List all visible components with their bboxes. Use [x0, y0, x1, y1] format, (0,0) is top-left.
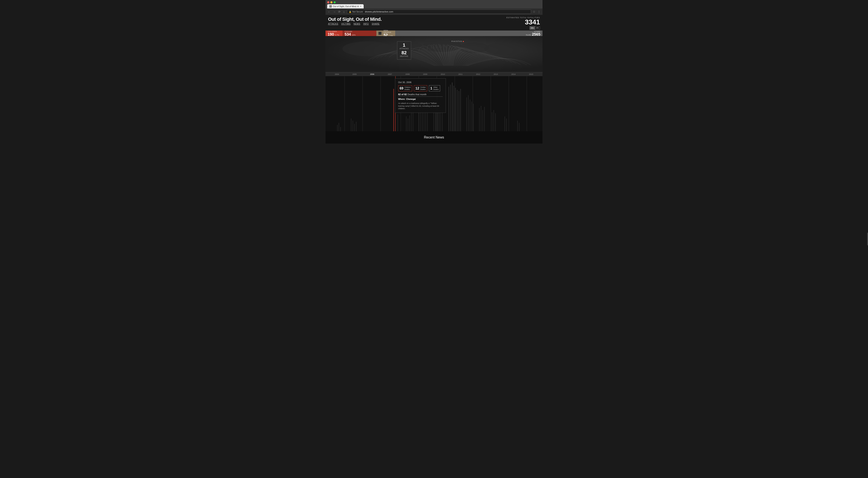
civilian-stat: CIVILIAN 534 16% [342, 31, 376, 36]
timeline[interactable]: 2004 2005 2006 2007 2008 2009 2010 2011 … [326, 72, 542, 76]
app-title: Out of Sight, Out of Mind. [328, 17, 382, 22]
svg-point-0 [342, 41, 393, 56]
svg-rect-51 [494, 110, 494, 131]
svg-rect-46 [479, 108, 479, 131]
pakistan-dot [463, 41, 464, 42]
svg-rect-11 [354, 124, 355, 131]
viz-area[interactable]: PAKISTAN 1 ATTACKS 82 DEATHS [326, 36, 542, 72]
svg-rect-17 [408, 119, 408, 131]
browser-tab[interactable]: Out of Sight, Out of Mind: A ✕ [327, 4, 364, 8]
back-button[interactable]: ← [327, 10, 331, 14]
deaths-summary-label: Deaths that month [407, 93, 427, 96]
svg-rect-13 [393, 89, 394, 131]
svg-rect-56 [519, 123, 519, 131]
refresh-button[interactable]: ⟳ [338, 10, 341, 14]
popup-deaths-summary: 82 of 82 Deaths that month [398, 93, 443, 97]
svg-rect-20 [413, 110, 413, 131]
browser-chrome: Out of Sight, Out of Mind: A ✕ [326, 0, 542, 8]
children-deaths-stat: 69 ChildrenDeaths [398, 85, 412, 91]
svg-rect-38 [457, 90, 458, 131]
year-2015[interactable]: 2015 [529, 73, 533, 75]
svg-rect-7 [339, 123, 339, 131]
menu-icon[interactable]: ⋮ [537, 10, 541, 14]
tab-close-icon[interactable]: ✕ [360, 5, 362, 7]
forward-button[interactable]: → [333, 10, 336, 14]
high-profile-icon [378, 32, 381, 35]
year-2012[interactable]: 2012 [476, 73, 480, 75]
recent-news-title: Recent News [328, 136, 540, 139]
address-field[interactable]: 🔒 Not Secure drones.pitchinteractive.com [347, 9, 531, 14]
svg-rect-6 [337, 125, 338, 131]
popup-stats: 69 ChildrenDeaths 12 CivilianDeaths 1 Ot… [398, 85, 443, 91]
popup-card: Oct 30, 2006 69 ChildrenDeaths 12 Civili… [395, 78, 446, 113]
tab-favicon [329, 5, 332, 8]
svg-rect-53 [504, 116, 505, 131]
svg-rect-39 [459, 91, 459, 131]
nav-share[interactable]: SHARE [372, 23, 379, 25]
address-bar: ← → ⟳ ⌂ 🔒 Not Secure drones.pitchinterac… [326, 8, 542, 15]
svg-rect-12 [356, 122, 356, 131]
year-2005[interactable]: 2005 [352, 73, 356, 75]
security-label: Not Secure [352, 10, 363, 13]
attacks-value: 1 [399, 43, 409, 48]
url-display: drones.pitchinteractive.com [365, 10, 393, 13]
svg-rect-16 [406, 116, 406, 131]
year-2009[interactable]: 2009 [423, 73, 427, 75]
close-button[interactable] [327, 1, 329, 3]
svg-rect-33 [448, 87, 449, 131]
children-stat-inner: CHILDREN 190 5.7% [328, 31, 339, 36]
svg-rect-40 [460, 89, 461, 131]
home-button[interactable]: ⌂ [343, 10, 345, 14]
svg-rect-37 [455, 88, 456, 131]
year-2004[interactable]: 2004 [335, 73, 339, 75]
deaths-label: DEATHS [399, 55, 409, 57]
chart-area[interactable]: Oct 30, 2006 69 ChildrenDeaths 12 Civili… [326, 76, 542, 131]
children-stat: CHILDREN 190 5.7% [326, 31, 342, 36]
civilian-deaths-num: 12 [415, 87, 419, 90]
children-value: 190 [328, 32, 334, 36]
other-deaths-label: OtherDeaths [433, 86, 439, 90]
app-nav: ATTACKS VICTIMS NEWS INFO SHARE [328, 23, 382, 25]
viz-attacks-tooltip: 1 ATTACKS 82 DEATHS [397, 41, 411, 60]
lock-icon: 🔒 [349, 10, 351, 13]
children-pct: 5.7% [335, 34, 339, 36]
svg-rect-8 [340, 127, 341, 131]
year-2013[interactable]: 2013 [494, 73, 498, 75]
nav-info[interactable]: INFO [363, 23, 369, 25]
svg-rect-18 [409, 115, 410, 131]
popup-date: Oct 30, 2006 [398, 81, 443, 84]
bookmark-icon[interactable]: ☆ [533, 10, 535, 13]
svg-rect-10 [352, 121, 353, 131]
fatalities-block: ESTIMATED TOTAL FATALITIES 3341 EN FR [506, 17, 540, 30]
other-stat-inner: OTHER 76.9% 2565 [526, 31, 540, 36]
svg-rect-44 [471, 101, 472, 131]
year-2008[interactable]: 2008 [405, 73, 410, 75]
children-deaths-num: 69 [400, 87, 403, 90]
svg-rect-48 [483, 110, 483, 131]
minimize-button[interactable] [330, 1, 333, 3]
timeline-years: 2004 2005 2006 2007 2008 2009 2010 2011 … [328, 73, 540, 75]
deaths-total: 82 of 82 [398, 93, 407, 96]
svg-rect-45 [473, 104, 474, 131]
svg-rect-41 [466, 97, 467, 131]
popup-where-value: Chenegai [406, 98, 416, 100]
popup-where-label: Where: [398, 98, 405, 100]
maximize-button[interactable] [334, 1, 336, 3]
nav-attacks[interactable]: ATTACKS [328, 23, 338, 25]
lang-en-button[interactable]: EN [530, 26, 535, 30]
svg-rect-19 [411, 112, 411, 131]
svg-rect-47 [481, 106, 481, 131]
civilian-deaths-stat: 12 CivilianDeaths [414, 85, 427, 91]
civilian-stat-inner: CIVILIAN 534 16% [345, 31, 355, 36]
nav-victims[interactable]: VICTIMS [341, 23, 350, 25]
year-2007[interactable]: 2007 [388, 73, 392, 75]
civilian-pct: 16% [352, 34, 355, 36]
traffic-lights [327, 1, 541, 3]
year-2014[interactable]: 2014 [512, 73, 516, 75]
attacks-block: 1 ATTACKS [399, 43, 409, 50]
year-2011[interactable]: 2011 [458, 73, 463, 75]
year-2010[interactable]: 2010 [441, 73, 445, 75]
year-2006[interactable]: 2006 [370, 73, 374, 75]
lang-fr-button[interactable]: FR [535, 26, 540, 30]
nav-news[interactable]: NEWS [353, 23, 360, 25]
